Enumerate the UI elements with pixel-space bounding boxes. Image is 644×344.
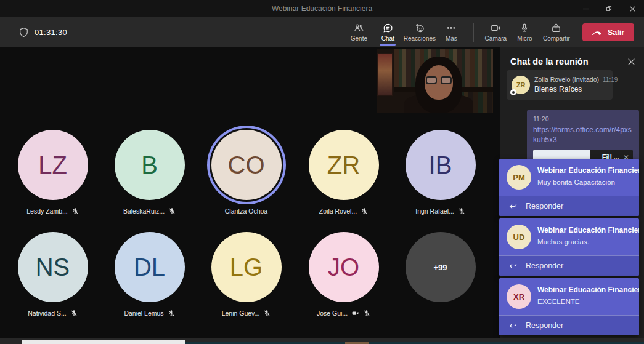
timer-value: 01:31:30: [35, 28, 67, 37]
notification-stack: PM Webinar Educación Financiera Muy boni…: [499, 159, 639, 335]
background-window-sliver: [22, 340, 185, 344]
picture-frame: [377, 53, 393, 96]
tab-gente[interactable]: Gente: [344, 19, 373, 46]
minimize-button[interactable]: [574, 0, 597, 17]
message-content: Zoila Rovelo (Invitado)11:19 Bienes Raíc…: [534, 76, 618, 94]
notification-avatar: UD: [507, 225, 531, 249]
avatar-initials: B: [141, 151, 158, 179]
chat-message-received[interactable]: ZR Zoila Rovelo (Invitado)11:19 Bienes R…: [507, 70, 613, 100]
tab-mas[interactable]: Más: [437, 19, 466, 46]
message-text: Bienes Raíces: [534, 85, 618, 94]
mic-off-icon: [168, 310, 175, 317]
avatar-initials: ZR: [516, 81, 526, 89]
status-dot: [510, 89, 516, 95]
meeting-timer: 01:31:30: [18, 27, 67, 38]
camera-button[interactable]: Cámara: [481, 19, 510, 46]
leave-button[interactable]: Salir: [582, 23, 634, 41]
participant-tile-speaking[interactable]: CO Claritza Ochoa: [198, 130, 295, 216]
notification-texts: Webinar Educación Financiera Muy bonita …: [537, 165, 632, 190]
toolbar-actions: Gente Chat Reacciones Más Cámara: [344, 19, 634, 46]
avatar: NS: [18, 232, 88, 302]
avatar: DL: [115, 232, 185, 302]
reply-icon: [508, 321, 518, 330]
avatar: LG: [211, 232, 282, 302]
camera-on-icon: [351, 310, 359, 317]
participant-name-row: Lesdy Zamb...: [26, 206, 79, 216]
participant-tile[interactable]: NS Natividad S...: [4, 232, 101, 318]
participant-name: Ingri Rafael...: [415, 207, 454, 215]
notification-title: Webinar Educación Financiera: [537, 226, 639, 234]
participant-name-row: Zoila Rovel...: [319, 206, 368, 216]
restore-button[interactable]: [597, 0, 621, 17]
mic-off-icon: [363, 310, 370, 317]
mic-off-icon: [458, 207, 465, 215]
participant-name-row: Jose Gui...: [317, 308, 370, 318]
reply-label: Responder: [526, 202, 563, 210]
participant-tile[interactable]: DL Daniel Lemus: [101, 232, 198, 318]
tab-chat-label: Chat: [381, 35, 394, 42]
tab-reacciones-label: Reacciones: [404, 35, 436, 42]
avatar: CO: [211, 130, 282, 200]
mic-button[interactable]: Micro: [510, 19, 539, 46]
mic-off-icon: [70, 310, 78, 317]
participant-tile[interactable]: ZR Zoila Rovel...: [295, 130, 392, 216]
avatar-initials: IB: [429, 151, 452, 179]
overflow-participants-tile[interactable]: +99: [392, 232, 489, 302]
message-avatar: ZR: [512, 76, 530, 94]
avatar-initials: XR: [513, 292, 524, 302]
minimize-icon: [582, 6, 589, 12]
message-link[interactable]: https://forms.office.com/r/4pxskuh5x3: [533, 125, 633, 145]
participant-tile[interactable]: LG Lenin Guev...: [198, 232, 295, 318]
participant-tile[interactable]: IB Ingri Rafael...: [392, 130, 489, 216]
participant-name-row: Claritza Ochoa: [225, 206, 267, 216]
presenter-glasses: [426, 76, 452, 85]
camera-label: Cámara: [485, 35, 507, 42]
chat-notification[interactable]: XR Webinar Educación Financiera EXCELENT…: [499, 278, 639, 335]
notification-title: Webinar Educación Financiera: [537, 166, 639, 175]
message-time: 11:20: [533, 115, 633, 122]
window-title: Webinar Educación Financiera: [0, 4, 644, 13]
chat-notification[interactable]: PM Webinar Educación Financiera Muy boni…: [499, 159, 639, 216]
participant-name: Zoila Rovel...: [319, 207, 357, 215]
mic-off-icon: [71, 207, 79, 215]
titlebar: Webinar Educación Financiera: [0, 0, 644, 17]
avatar-initials: DL: [134, 254, 165, 281]
message-author: Zoila Rovelo (Invitado): [534, 76, 599, 83]
participant-tile[interactable]: B BaleskaRuiz...: [101, 130, 198, 216]
chat-title: Chat de la reunión: [510, 57, 589, 66]
avatar-initials: LZ: [38, 151, 67, 179]
participant-name-row: BaleskaRuiz...: [123, 206, 176, 216]
mic-off-icon: [361, 207, 368, 215]
avatar-initials: JO: [328, 254, 359, 281]
avatar: IB: [406, 130, 476, 200]
participant-name-row: Daniel Lemus: [124, 308, 174, 318]
tab-reacciones[interactable]: Reacciones: [402, 19, 437, 46]
reply-icon: [508, 262, 518, 271]
chat-notification[interactable]: UD Webinar Educación Financiera Muchas g…: [499, 218, 639, 276]
people-icon: [353, 23, 365, 33]
toolbar-divider: [473, 23, 474, 42]
reply-button[interactable]: Responder: [499, 315, 639, 335]
leave-label: Salir: [608, 28, 624, 37]
participant-name-row: Lenin Guev...: [222, 308, 271, 318]
notification-title: Webinar Educación Financiera: [537, 286, 639, 294]
share-button[interactable]: Compartir: [539, 19, 574, 46]
participant-tile[interactable]: JO Jose Gui...: [295, 232, 392, 318]
more-icon: [446, 23, 457, 33]
close-icon: [627, 58, 635, 66]
reply-button[interactable]: Responder: [499, 255, 639, 276]
participant-name-row: Natividad S...: [28, 308, 77, 318]
participant-tile[interactable]: LZ Lesdy Zamb...: [4, 130, 101, 216]
tab-gente-label: Gente: [351, 35, 367, 42]
close-chat-button[interactable]: [627, 58, 635, 66]
tab-chat[interactable]: Chat: [373, 19, 402, 46]
notification-message: Muchas gracias.: [537, 238, 632, 246]
reply-button[interactable]: Responder: [499, 196, 639, 216]
avatar: B: [115, 130, 185, 200]
notification-body: XR Webinar Educación Financiera EXCELENT…: [499, 278, 639, 315]
close-window-button[interactable]: [621, 0, 644, 17]
avatar: JO: [309, 232, 379, 302]
presenter-video-tile[interactable]: [377, 49, 493, 113]
avatar-initials: LG: [230, 254, 263, 281]
avatar: ZR: [309, 130, 379, 200]
